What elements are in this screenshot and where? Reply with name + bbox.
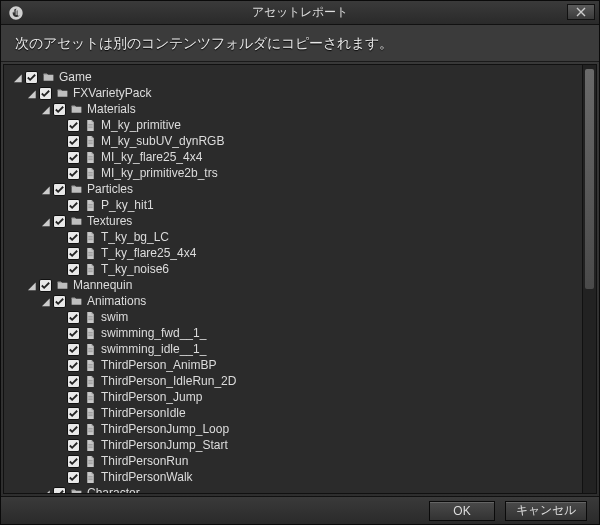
folder-icon [69, 487, 84, 494]
checkbox[interactable] [67, 471, 80, 484]
tree-row[interactable]: ◢FXVarietyPack [6, 85, 580, 101]
checkbox[interactable] [39, 87, 52, 100]
checkbox[interactable] [53, 295, 66, 308]
expander-open-icon[interactable]: ◢ [12, 71, 24, 83]
tree-row[interactable]: ▶M_ky_primitive [6, 117, 580, 133]
checkbox[interactable] [67, 439, 80, 452]
file-icon [83, 375, 98, 388]
checkbox[interactable] [67, 231, 80, 244]
scrollbar-thumb[interactable] [585, 69, 594, 289]
tree-row[interactable]: ▶T_ky_noise6 [6, 261, 580, 277]
app-logo-icon [5, 2, 27, 24]
expander-open-icon[interactable]: ◢ [40, 183, 52, 195]
file-icon [83, 311, 98, 324]
tree-row[interactable]: ▶M_ky_subUV_dynRGB [6, 133, 580, 149]
dialog-window: アセットレポート 次のアセットは別のコンテンツフォルダにコピーされます。 ◢Ga… [0, 0, 600, 525]
checkbox[interactable] [67, 343, 80, 356]
titlebar[interactable]: アセットレポート [1, 1, 599, 25]
checkbox[interactable] [67, 455, 80, 468]
checkbox[interactable] [67, 359, 80, 372]
tree-row-label: Game [59, 70, 92, 84]
checkbox[interactable] [67, 423, 80, 436]
scrollbar-vertical[interactable] [582, 65, 596, 493]
expander-open-icon[interactable]: ◢ [26, 87, 38, 99]
tree-row-label: MI_ky_flare25_4x4 [101, 150, 202, 164]
checkbox[interactable] [67, 263, 80, 276]
folder-icon [69, 183, 84, 196]
expander-open-icon[interactable]: ◢ [40, 487, 52, 493]
tree-row-label: ThirdPersonJump_Start [101, 438, 228, 452]
file-icon [83, 327, 98, 340]
checkbox[interactable] [53, 487, 66, 494]
tree-row-label: ThirdPerson_AnimBP [101, 358, 216, 372]
tree-row[interactable]: ◢Game [6, 69, 580, 85]
file-icon [83, 455, 98, 468]
tree-row[interactable]: ▶T_ky_flare25_4x4 [6, 245, 580, 261]
tree-row[interactable]: ▶swimming_idle__1_ [6, 341, 580, 357]
tree-row[interactable]: ▶ThirdPersonJump_Loop [6, 421, 580, 437]
tree-row[interactable]: ▶ThirdPersonIdle [6, 405, 580, 421]
tree-row[interactable]: ▶P_ky_hit1 [6, 197, 580, 213]
file-icon [83, 263, 98, 276]
tree-row[interactable]: ◢Particles [6, 181, 580, 197]
checkbox[interactable] [67, 247, 80, 260]
tree-row[interactable]: ▶swim [6, 309, 580, 325]
tree-row[interactable]: ▶swimming_fwd__1_ [6, 325, 580, 341]
checkbox[interactable] [39, 279, 52, 292]
file-icon [83, 391, 98, 404]
folder-icon [41, 71, 56, 84]
dialog-title: アセットレポート [1, 4, 599, 21]
file-icon [83, 471, 98, 484]
tree-row[interactable]: ◢Character [6, 485, 580, 493]
checkbox[interactable] [67, 407, 80, 420]
checkbox[interactable] [67, 375, 80, 388]
checkbox[interactable] [67, 119, 80, 132]
tree-row[interactable]: ▶ThirdPerson_IdleRun_2D [6, 373, 580, 389]
body: ◢Game◢FXVarietyPack◢Materials▶M_ky_primi… [3, 64, 597, 494]
folder-icon [55, 87, 70, 100]
checkbox[interactable] [53, 215, 66, 228]
checkbox[interactable] [67, 135, 80, 148]
checkbox[interactable] [25, 71, 38, 84]
folder-icon [69, 215, 84, 228]
tree-row[interactable]: ▶ThirdPerson_Jump [6, 389, 580, 405]
checkbox[interactable] [67, 199, 80, 212]
tree-row[interactable]: ▶MI_ky_primitive2b_trs [6, 165, 580, 181]
file-icon [83, 423, 98, 436]
tree-row[interactable]: ◢Animations [6, 293, 580, 309]
file-icon [83, 407, 98, 420]
tree-row[interactable]: ◢Textures [6, 213, 580, 229]
file-icon [83, 167, 98, 180]
checkbox[interactable] [67, 151, 80, 164]
tree-row[interactable]: ▶ThirdPerson_AnimBP [6, 357, 580, 373]
file-icon [83, 199, 98, 212]
checkbox[interactable] [53, 103, 66, 116]
tree-row[interactable]: ▶ThirdPersonRun [6, 453, 580, 469]
tree-row[interactable]: ◢Materials [6, 101, 580, 117]
cancel-button[interactable]: キャンセル [505, 501, 587, 521]
checkbox[interactable] [67, 391, 80, 404]
checkbox[interactable] [67, 167, 80, 180]
folder-icon [55, 279, 70, 292]
tree-row[interactable]: ▶T_ky_bg_LC [6, 229, 580, 245]
checkbox[interactable] [67, 311, 80, 324]
tree-row[interactable]: ▶ThirdPersonJump_Start [6, 437, 580, 453]
expander-open-icon[interactable]: ◢ [26, 279, 38, 291]
tree-row-label: Materials [87, 102, 136, 116]
checkbox[interactable] [53, 183, 66, 196]
tree-row[interactable]: ▶ThirdPersonWalk [6, 469, 580, 485]
checkbox[interactable] [67, 327, 80, 340]
tree-row-label: ThirdPersonRun [101, 454, 188, 468]
expander-open-icon[interactable]: ◢ [40, 295, 52, 307]
tree-row-label: M_ky_subUV_dynRGB [101, 134, 224, 148]
expander-open-icon[interactable]: ◢ [40, 103, 52, 115]
close-button[interactable] [567, 4, 595, 20]
file-icon [83, 119, 98, 132]
tree-row-label: swimming_fwd__1_ [101, 326, 206, 340]
file-icon [83, 231, 98, 244]
ok-button[interactable]: OK [429, 501, 495, 521]
expander-open-icon[interactable]: ◢ [40, 215, 52, 227]
tree-row[interactable]: ▶MI_ky_flare25_4x4 [6, 149, 580, 165]
asset-tree[interactable]: ◢Game◢FXVarietyPack◢Materials▶M_ky_primi… [4, 65, 582, 493]
tree-row[interactable]: ◢Mannequin [6, 277, 580, 293]
